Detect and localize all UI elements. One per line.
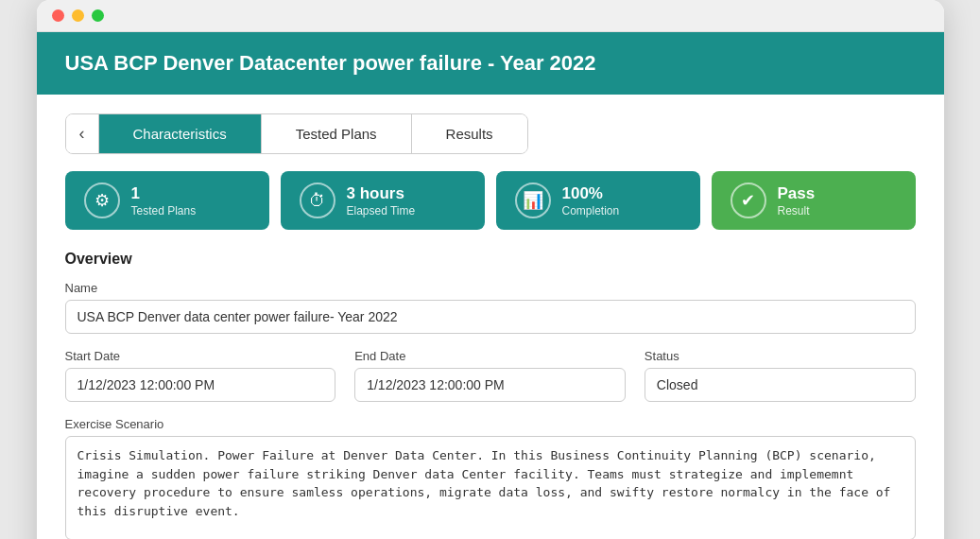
elapsed-time-value: 3 hours bbox=[347, 184, 416, 203]
settings-icon: ⚙ bbox=[84, 183, 120, 218]
stat-tested-plans: ⚙ 1 Tested Plans bbox=[65, 171, 269, 230]
close-dot[interactable] bbox=[52, 9, 64, 22]
overview-title: Overview bbox=[65, 251, 916, 268]
page-header: USA BCP Denver Datacenter power failure … bbox=[37, 32, 944, 95]
tested-plans-value: 1 bbox=[131, 184, 197, 203]
scenario-group: Exercise Scenario Crisis Simulation. Pow… bbox=[65, 417, 916, 539]
end-date-input[interactable] bbox=[354, 368, 626, 402]
name-label: Name bbox=[65, 281, 916, 295]
minimize-dot[interactable] bbox=[72, 9, 84, 22]
status-input[interactable] bbox=[645, 368, 916, 402]
stat-elapsed-time: ⏱ 3 hours Elapsed Time bbox=[281, 171, 485, 230]
result-label: Result bbox=[778, 204, 816, 217]
stat-result: ✔ Pass Result bbox=[712, 171, 916, 230]
start-date-col: Start Date bbox=[65, 349, 336, 402]
stats-row: ⚙ 1 Tested Plans ⏱ 3 hours Elapsed Time … bbox=[65, 171, 916, 230]
completion-label: Completion bbox=[562, 204, 620, 217]
end-date-label: End Date bbox=[354, 349, 626, 363]
end-date-col: End Date bbox=[354, 349, 626, 402]
scenario-label: Exercise Scenario bbox=[65, 417, 916, 431]
tab-results[interactable]: Results bbox=[412, 114, 527, 153]
date-status-row: Start Date End Date Status bbox=[65, 349, 916, 402]
tab-characteristics[interactable]: Characteristics bbox=[99, 114, 262, 153]
name-group: Name bbox=[65, 281, 916, 334]
start-date-label: Start Date bbox=[65, 349, 336, 363]
main-content: ‹ Characteristics Tested Plans Results ⚙… bbox=[37, 95, 944, 539]
start-date-input[interactable] bbox=[65, 368, 336, 402]
elapsed-time-label: Elapsed Time bbox=[347, 204, 416, 217]
tab-tested-plans[interactable]: Tested Plans bbox=[262, 114, 412, 153]
page-title: USA BCP Denver Datacenter power failure … bbox=[65, 51, 916, 76]
completion-value: 100% bbox=[562, 184, 620, 203]
back-button[interactable]: ‹ bbox=[66, 114, 99, 153]
titlebar bbox=[37, 0, 944, 32]
main-window: USA BCP Denver Datacenter power failure … bbox=[37, 0, 944, 539]
status-col: Status bbox=[645, 349, 916, 402]
chart-icon: 📊 bbox=[515, 183, 551, 218]
checkmark-icon: ✔ bbox=[731, 183, 766, 218]
clock-icon: ⏱ bbox=[300, 183, 335, 218]
scenario-textarea[interactable]: Crisis Simulation. Power Failure at Denv… bbox=[65, 436, 916, 539]
tested-plans-label: Tested Plans bbox=[131, 204, 197, 217]
stat-completion: 📊 100% Completion bbox=[496, 171, 700, 230]
tabs-container: ‹ Characteristics Tested Plans Results bbox=[65, 113, 528, 154]
name-input[interactable] bbox=[65, 300, 916, 334]
maximize-dot[interactable] bbox=[92, 9, 104, 22]
status-label: Status bbox=[645, 349, 916, 363]
result-value: Pass bbox=[778, 184, 816, 203]
